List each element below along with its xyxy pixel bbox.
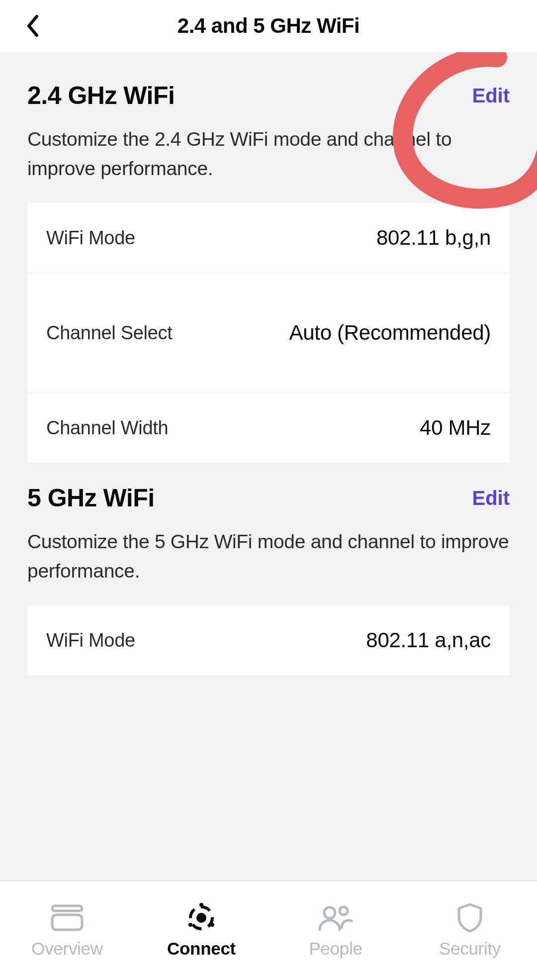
section-desc-5ghz: Customize the 5 GHz WiFi mode and channe… [27, 527, 510, 605]
svg-point-6 [188, 923, 192, 927]
nav-connect[interactable]: Connect [134, 881, 268, 980]
svg-point-2 [196, 913, 206, 923]
section-2-4ghz: 2.4 GHz WiFi Edit Customize the 2.4 GHz … [0, 52, 537, 463]
svg-rect-0 [52, 906, 82, 911]
edit-button-5ghz[interactable]: Edit [472, 487, 510, 509]
overview-icon [50, 903, 85, 933]
settings-table-2-4ghz: WiFi Mode 802.11 b,g,n Channel Select Au… [27, 203, 510, 463]
label-channel-width-24: Channel Width [46, 417, 168, 439]
nav-people[interactable]: People [268, 881, 403, 980]
svg-point-8 [340, 907, 348, 915]
value-wifi-mode-24: 802.11 b,g,n [376, 224, 491, 252]
chevron-left-icon [26, 14, 40, 37]
label-wifi-mode-24: WiFi Mode [46, 227, 135, 249]
back-button[interactable] [26, 14, 40, 37]
section-header-2-4ghz: 2.4 GHz WiFi Edit [27, 52, 510, 125]
value-channel-width-24: 40 MHz [420, 414, 491, 442]
page-title: 2.4 and 5 GHz WiFi [0, 14, 537, 38]
section-header-5ghz: 5 GHz WiFi Edit [27, 463, 510, 527]
shield-icon [456, 903, 484, 933]
section-5ghz: 5 GHz WiFi Edit Customize the 5 GHz WiFi… [0, 463, 537, 676]
svg-point-5 [210, 923, 214, 927]
nav-label-people: People [309, 939, 362, 959]
row-wifi-mode-5: WiFi Mode 802.11 a,n,ac [27, 605, 510, 676]
svg-rect-1 [52, 915, 82, 930]
nav-label-connect: Connect [167, 939, 236, 959]
row-channel-select-24: Channel Select Auto (Recommended) [27, 274, 510, 393]
row-channel-width-24: Channel Width 40 MHz [27, 393, 510, 463]
row-wifi-mode-24: WiFi Mode 802.11 b,g,n [27, 203, 510, 274]
section-title-5ghz: 5 GHz WiFi [27, 484, 155, 512]
svg-point-4 [199, 903, 203, 907]
svg-point-7 [324, 907, 335, 918]
nav-security[interactable]: Security [403, 881, 537, 980]
nav-label-security: Security [439, 939, 501, 959]
label-channel-select-24: Channel Select [46, 322, 173, 344]
nav-label-overview: Overview [31, 939, 102, 959]
connect-icon [185, 903, 217, 933]
settings-table-5ghz: WiFi Mode 802.11 a,n,ac [27, 605, 510, 676]
label-wifi-mode-5: WiFi Mode [46, 630, 135, 651]
value-channel-select-24: Auto (Recommended) [289, 319, 491, 347]
content-area: 2.4 GHz WiFi Edit Customize the 2.4 GHz … [0, 52, 537, 881]
page-header: 2.4 and 5 GHz WiFi [0, 0, 537, 52]
value-wifi-mode-5: 802.11 a,n,ac [366, 626, 491, 655]
section-desc-2-4ghz: Customize the 2.4 GHz WiFi mode and chan… [27, 125, 510, 203]
nav-overview[interactable]: Overview [0, 881, 134, 980]
section-title-2-4ghz: 2.4 GHz WiFi [27, 81, 175, 110]
people-icon [317, 903, 355, 933]
edit-button-2-4ghz[interactable]: Edit [472, 85, 510, 107]
bottom-nav: Overview Connect People [0, 881, 537, 980]
